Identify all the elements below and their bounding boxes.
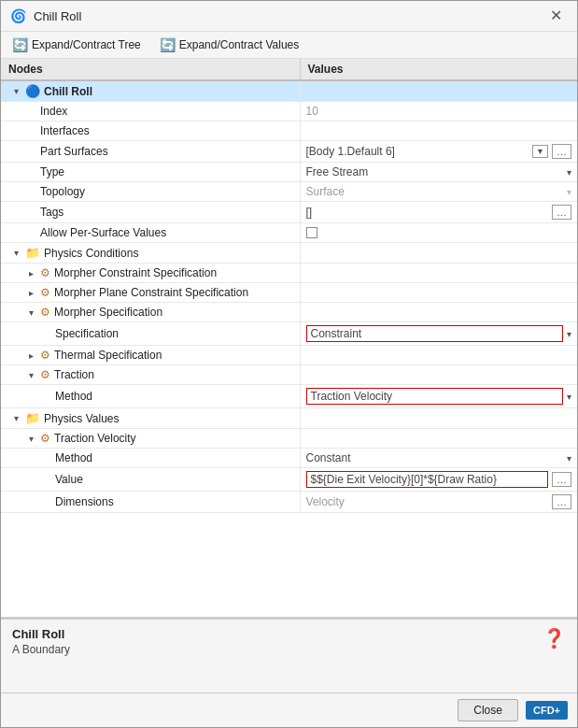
title-bar: 🌀 Chill Roll ✕ [1,1,577,32]
table-row[interactable]: ▾⚙Morpher Specification [1,303,577,322]
value-text: Free Stream [306,165,564,178]
node-label-text: Thermal Specification [54,349,162,362]
table-row[interactable]: MethodTraction Velocity▾ [1,385,577,408]
node-label-text: Type [40,165,64,178]
value-text: $${Die Exit Velocity}[0]*${Draw Ratio} [306,471,549,488]
gear-icon: ⚙ [40,432,50,445]
node-label-text: Morpher Constraint Specification [54,266,217,279]
expand-values-icon: 🔄 [160,37,176,52]
expand-icon[interactable]: ▾ [25,370,36,380]
expand-icon[interactable]: ▾ [10,86,21,96]
table-row[interactable]: SpecificationConstraint▾ [1,322,577,346]
dropdown-arrow[interactable]: ▾ [567,329,571,339]
expand-contract-tree-button[interactable]: 🔄 Expand/Contract Tree [8,36,145,54]
gear-icon: ⚙ [40,286,50,299]
node-label-text: Method [55,451,92,464]
close-button[interactable]: Close [458,699,518,721]
expand-contract-values-button[interactable]: 🔄 Expand/Contract Values [156,36,303,54]
value-text: Surface [306,185,564,198]
table-row[interactable]: TopologySurface▾ [1,182,577,202]
table-row[interactable]: ▾📁Physics Conditions [1,243,577,264]
table-row[interactable]: Allow Per-Surface Values [1,223,577,243]
dots-button[interactable]: … [552,144,571,159]
gear-icon: ⚙ [40,266,50,279]
info-panel-title: Chill Roll [12,627,566,641]
node-label-text: Specification [55,327,119,340]
table-row[interactable]: ▸⚙Thermal Specification [1,346,577,365]
help-icon[interactable]: ❓ [543,627,566,644]
table-row[interactable]: MethodConstant▾ [1,449,577,468]
col-header-values: Values [300,59,577,80]
expand-icon[interactable]: ▸ [25,350,36,361]
node-label-text: Part Surfaces [40,145,108,158]
table-row[interactable]: Tags[]… [1,202,577,223]
value-text: [] [306,206,549,219]
expand-icon[interactable]: ▸ [25,268,36,278]
value-text: Constant [306,451,564,464]
node-label-text: Topology [40,185,85,198]
table-row[interactable]: ▾⚙Traction Velocity [1,429,577,449]
tree-table: Nodes Values ▾🔵Chill RollIndex10Interfac… [1,59,577,618]
table-row[interactable]: TypeFree Stream▾ [1,163,577,182]
window-icon: 🌀 [10,8,26,23]
close-window-button[interactable]: ✕ [544,7,568,25]
node-label-text: Tags [40,206,63,219]
checkbox[interactable] [306,227,317,238]
table-row[interactable]: Interfaces [1,121,577,141]
expand-values-label: Expand/Contract Values [179,38,300,51]
table-row[interactable]: ▾🔵Chill Roll [1,80,577,102]
table-row[interactable]: ▸⚙Morpher Plane Constraint Specification [1,283,577,303]
node-label-text: Traction Velocity [54,432,136,445]
table-row[interactable]: ▾📁Physics Values [1,408,577,429]
node-label-text: Interfaces [40,124,90,137]
node-label-text: Method [55,390,92,403]
expand-icon[interactable]: ▾ [10,248,21,258]
table-row[interactable]: DimensionsVelocity… [1,492,577,513]
folder-icon: 📁 [25,246,40,260]
table-row[interactable]: Part Surfaces[Body 1.Default 6]▼… [1,141,577,163]
info-panel-subtitle: A Boundary [12,643,566,656]
expand-icon[interactable]: ▾ [25,434,36,444]
dropdown-arrow[interactable]: ▾ [567,187,571,197]
main-content: Nodes Values ▾🔵Chill RollIndex10Interfac… [1,59,577,692]
expand-icon[interactable]: ▾ [10,413,21,423]
toolbar: 🔄 Expand/Contract Tree 🔄 Expand/Contract… [1,32,577,59]
node-label-text: Dimensions [55,495,114,508]
brand-label: CFD+ [526,701,568,720]
table-row[interactable]: Value$${Die Exit Velocity}[0]*${Draw Rat… [1,468,577,492]
table-row[interactable]: ▾⚙Traction [1,365,577,385]
dots-button[interactable]: … [552,494,571,509]
expand-icon[interactable]: ▾ [25,307,36,318]
dropdown-arrow[interactable]: ▾ [567,167,571,178]
gear-icon: ⚙ [40,368,50,381]
expand-tree-label: Expand/Contract Tree [32,38,141,51]
node-label-text: Allow Per-Surface Values [40,226,166,239]
folder-icon: 📁 [25,411,40,425]
dots-button[interactable]: … [552,472,571,487]
node-label-text: Index [40,105,67,118]
node-label-text: Traction [54,368,94,381]
value-text: [Body 1.Default 6] [306,145,529,158]
expand-icon[interactable]: ▸ [25,288,36,298]
dropdown-arrow[interactable]: ▾ [567,453,571,464]
table-row[interactable]: Index10 [1,102,577,121]
gear-icon: ⚙ [40,349,50,362]
dropdown-arrow[interactable]: ▾ [567,392,571,402]
expand-tree-icon: 🔄 [12,37,28,52]
value-text: Velocity [306,495,549,508]
info-panel: Chill Roll A Boundary ❓ [1,618,577,692]
value-text: Traction Velocity [306,388,564,405]
node-label-text: Physics Values [44,412,119,425]
main-window: 🌀 Chill Roll ✕ 🔄 Expand/Contract Tree 🔄 … [0,0,578,728]
gear-icon: ⚙ [40,306,50,319]
node-label-text: Value [55,473,83,486]
value-text: 10 [306,105,572,118]
dots-button[interactable]: … [552,205,571,220]
filter-button[interactable]: ▼ [532,145,548,158]
node-label-text: Physics Conditions [44,247,138,260]
value-text: Constraint [306,325,564,342]
folder-circle-icon: 🔵 [25,84,40,98]
table-row[interactable]: ▸⚙Morpher Constraint Specification [1,264,577,283]
node-label-text: Morpher Specification [54,306,162,319]
title-bar-left: 🌀 Chill Roll [10,8,81,23]
